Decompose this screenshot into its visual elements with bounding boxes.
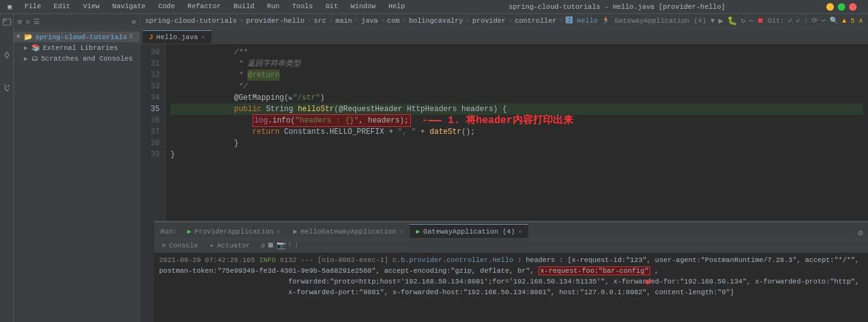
menu-build[interactable]: Build	[231, 1, 257, 12]
gateway-close[interactable]: ✕	[518, 228, 522, 236]
code-line-39: }	[170, 149, 863, 160]
menu-git[interactable]: Git	[323, 1, 341, 12]
menu-code[interactable]: Code	[156, 1, 177, 12]
console-output: 2021-08-20 07:42:26.165 INFO 6132 --- [n…	[154, 253, 868, 322]
sidebar-tab-commit[interactable]	[1, 49, 13, 61]
hello-gateway-label: HelloGatewayApplication	[300, 228, 396, 236]
tab-java-icon: J	[149, 33, 153, 41]
panel-icon-4[interactable]: ⚙	[131, 18, 136, 26]
camera-button[interactable]: 📷	[276, 241, 286, 250]
breadcrumb-provider[interactable]: provider	[472, 17, 506, 25]
more-button[interactable]: ⋯	[749, 16, 753, 25]
menu-view[interactable]: View	[80, 1, 102, 12]
search-button[interactable]: 🔍	[829, 16, 838, 25]
line-num-30: 30	[140, 47, 160, 58]
menu-tools[interactable]: Tools	[290, 1, 316, 12]
code-line-38: }	[170, 138, 863, 149]
menu-icon[interactable]: ▣	[5, 1, 15, 12]
refresh-button[interactable]: ↻	[741, 16, 746, 25]
menu-window[interactable]: Window	[348, 1, 379, 12]
line-num-35: 35	[140, 104, 160, 115]
git-check2[interactable]: ✓	[796, 16, 800, 25]
breadcrumb-com[interactable]: com	[387, 17, 400, 25]
breadcrumb-module[interactable]: provider-hello	[246, 17, 304, 25]
breadcrumb-src[interactable]: src	[314, 17, 326, 25]
menu-refactor[interactable]: Refactor	[185, 1, 223, 12]
subtab-actuator[interactable]: ✦ Actuator	[205, 240, 255, 251]
menu-edit[interactable]: Edit	[51, 1, 73, 12]
git-up[interactable]: ↑	[804, 17, 809, 25]
code-line-32: * @return	[170, 69, 863, 81]
line-num-34: 34	[140, 92, 160, 104]
code-line-37: return Constants.HELLO_PREFIX + ", " + d…	[170, 126, 863, 138]
breadcrumb-main[interactable]: main	[335, 17, 352, 25]
console-line-2: forwarded:"proto=http;host='192.168.50.1…	[159, 277, 863, 287]
breadcrumb-java[interactable]: java	[361, 17, 378, 25]
up-button[interactable]: ↑	[288, 241, 292, 250]
breadcrumb-controller[interactable]: controller	[515, 17, 557, 25]
tree-label-root: spring-cloud-tutorials	[35, 33, 127, 41]
bottom-tab-provider[interactable]: ▶ ProviderApplication ✕	[181, 225, 287, 238]
gateway-label: GatewayApplication (4)	[424, 228, 515, 236]
git-history[interactable]: ⟳	[812, 16, 817, 25]
stop-console-button[interactable]: ⏹	[267, 241, 275, 250]
maximize-button[interactable]	[838, 3, 845, 11]
debug-button[interactable]: 🐛	[727, 16, 737, 26]
sidebar-tab-pull[interactable]	[1, 82, 13, 93]
tree-arrow-root: ▼	[16, 33, 24, 40]
menu-navigate[interactable]: Navigate	[110, 1, 148, 12]
restart-button[interactable]: ↺	[260, 241, 265, 250]
line-num-36: 36	[140, 115, 160, 126]
console-toolbar-buttons: ↺ ⏹ 📷 ↑ ↓	[260, 241, 299, 250]
tab-hello-java[interactable]: J Hello.java ✕	[143, 30, 211, 44]
line-num-31: 31	[140, 58, 160, 69]
tree-item-scratches[interactable]: ▶ 🗂 Scratches and Consoles	[14, 53, 140, 64]
tree-item-root[interactable]: ▼ 📂 spring-cloud-tutorials E	[14, 32, 140, 42]
bottom-panel: Run: ▶ ProviderApplication ✕ ▶ HelloGate…	[154, 221, 868, 322]
tree-label-scratches: Scratches and Consoles	[41, 55, 133, 63]
tree-label-libs: External Libraries	[43, 44, 118, 52]
close-button[interactable]	[849, 3, 857, 11]
line-num-38: 38	[140, 138, 160, 149]
panel-icon-3[interactable]: ☰	[33, 18, 40, 26]
warning-count[interactable]: ▲ 5 ∧	[842, 16, 863, 25]
bottom-tab-hello-gateway[interactable]: ▶ HelloGatewayApplication ✕	[287, 225, 409, 238]
line-num-32: 32	[140, 69, 160, 81]
project-panel: ⊞ ≡ ☰ ⚙ ▼ 📂 spring-cloud-tutorials E ▶ 📚…	[14, 14, 140, 322]
log-level: INFO	[259, 256, 280, 264]
console-line-3: x-forwarded-port:"8081", x-forwarded-hos…	[159, 287, 863, 298]
cn-note-1: 1. 将header内容打印出来	[448, 115, 573, 126]
stop-button[interactable]: ⏹	[757, 16, 764, 25]
subtab-console[interactable]: ≡ Console	[157, 241, 203, 251]
project-tree: ▼ 📂 spring-cloud-tutorials E ▶ 📚 Externa…	[14, 30, 140, 322]
provider-tab-close[interactable]: ✕	[276, 228, 280, 236]
titlebar: ▣ File Edit View Navigate Code Refactor …	[0, 0, 868, 14]
hello-gateway-close[interactable]: ✕	[400, 228, 403, 236]
sidebar-tab-project[interactable]	[1, 16, 13, 28]
tab-close-hello[interactable]: ✕	[201, 33, 205, 41]
down-button[interactable]: ↓	[294, 241, 299, 250]
bottom-tab-gateway[interactable]: ▶ GatewayApplication (4) ✕	[410, 224, 528, 238]
tree-icon-root: 📂	[24, 33, 33, 41]
arrow-right: ←——	[424, 115, 442, 126]
menu-help[interactable]: Help	[386, 1, 407, 12]
breadcrumb-project[interactable]: spring-cloud-tutorials	[145, 17, 237, 25]
breadcrumb-hello[interactable]: 🅹 Hello	[566, 16, 598, 25]
run-button[interactable]: ▶	[718, 16, 723, 26]
minimize-button[interactable]	[826, 3, 834, 11]
panel-icon-1[interactable]: ⊞	[18, 18, 22, 26]
gateway-icon: ▶	[416, 227, 420, 236]
tab-hello-label: Hello.java	[157, 33, 198, 41]
panel-icon-2[interactable]: ≡	[26, 18, 30, 26]
tree-item-libraries[interactable]: ▶ 📚 External Libraries	[14, 42, 140, 53]
bottom-settings-gear[interactable]: ⚙	[858, 228, 863, 238]
actuator-icon: ✦	[210, 241, 214, 249]
editor-area: spring-cloud-tutorials › provider-hello …	[140, 14, 868, 322]
sidebar-tabs	[0, 14, 14, 322]
menu-file[interactable]: File	[22, 1, 44, 12]
log-pid: 6132 ---	[280, 256, 317, 264]
menu-run[interactable]: Run	[265, 1, 282, 12]
undo-button[interactable]: ↩	[821, 16, 826, 25]
git-check[interactable]: ✓	[788, 16, 792, 25]
breadcrumb-boling[interactable]: bolingcavalry	[409, 17, 463, 25]
